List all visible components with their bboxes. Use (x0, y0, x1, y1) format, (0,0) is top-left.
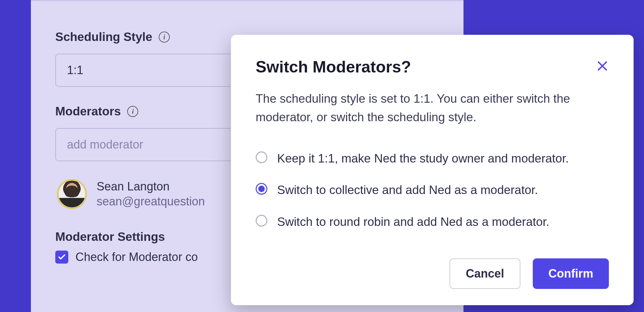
conflict-checkbox-label: Check for Moderator co (75, 250, 198, 264)
radio-icon (256, 151, 267, 163)
info-icon[interactable]: i (159, 32, 170, 43)
info-icon[interactable]: i (127, 106, 138, 117)
radio-option-keep-1-1[interactable]: Keep it 1:1, make Ned the study owner an… (256, 150, 609, 168)
radio-label: Keep it 1:1, make Ned the study owner an… (277, 150, 569, 168)
radio-icon-selected (256, 183, 267, 195)
checkbox-checked-icon[interactable] (55, 251, 68, 264)
confirm-button[interactable]: Confirm (533, 258, 609, 289)
switch-moderators-modal: Switch Moderators? The scheduling style … (231, 35, 634, 305)
radio-group: Keep it 1:1, make Ned the study owner an… (256, 150, 609, 231)
close-button[interactable] (596, 59, 609, 72)
radio-option-round-robin[interactable]: Switch to round robin and add Ned as a m… (256, 213, 609, 231)
moderator-info: Sean Langton sean@greatquestion (97, 180, 205, 208)
moderator-email: sean@greatquestion (97, 195, 205, 208)
modal-title: Switch Moderators? (256, 58, 411, 76)
modal-header: Switch Moderators? (256, 58, 609, 76)
cancel-button[interactable]: Cancel (449, 258, 520, 289)
avatar (57, 179, 87, 209)
radio-label: Switch to round robin and add Ned as a m… (277, 213, 549, 231)
modal-description: The scheduling style is set to 1:1. You … (256, 89, 609, 127)
moderator-name: Sean Langton (97, 180, 205, 193)
moderators-label: Moderators (55, 105, 121, 118)
scheduling-style-label: Scheduling Style (55, 30, 152, 44)
radio-label: Switch to collective and add Ned as a mo… (277, 181, 538, 199)
close-icon (596, 59, 609, 72)
radio-option-collective[interactable]: Switch to collective and add Ned as a mo… (256, 181, 609, 199)
modal-actions: Cancel Confirm (256, 258, 609, 289)
radio-icon (256, 215, 267, 227)
